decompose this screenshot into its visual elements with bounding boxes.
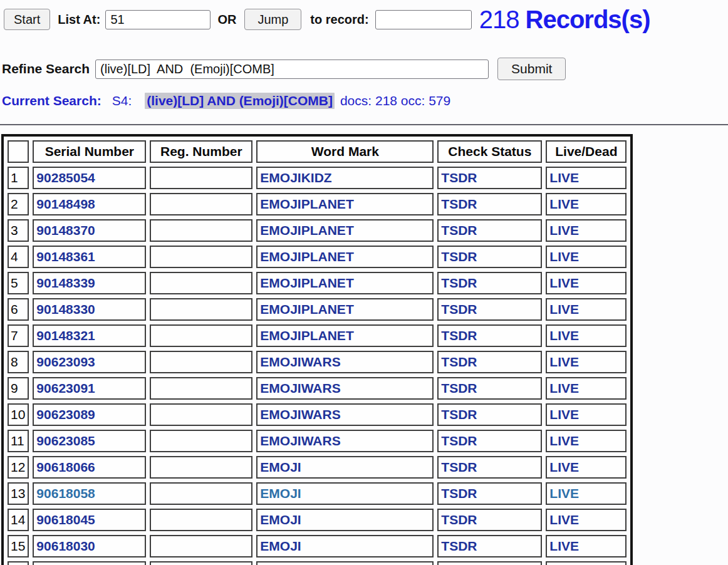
current-search-query: (live)[LD] AND (Emoji)[COMB] (145, 93, 335, 109)
live-dead-link[interactable]: LIVE (549, 539, 579, 553)
or-label: OR (217, 13, 236, 27)
tsdr-link[interactable]: TSDR (441, 512, 477, 527)
table-row: 12 90618066 EMOJI TSDR LIVE (8, 456, 627, 479)
serial-number-link[interactable]: 90618066 (36, 460, 95, 474)
live-dead-link[interactable]: LIVE (549, 223, 579, 237)
row-number-cell: 13 (8, 482, 29, 505)
row-number-cell: 2 (8, 193, 29, 215)
reg-number-cell (150, 561, 252, 565)
serial-number-cell: 90285054 (33, 167, 146, 189)
live-dead-link[interactable]: LIVE (549, 276, 579, 290)
word-mark-cell: EMOJIWARS (256, 377, 434, 400)
live-dead-link[interactable]: LIVE (549, 328, 579, 343)
serial-number-link[interactable]: 90618045 (36, 512, 95, 527)
word-mark-cell: EMOJI (256, 509, 434, 531)
live-dead-link[interactable]: LIVE (549, 381, 579, 395)
reg-number-cell (150, 509, 252, 531)
live-dead-link[interactable]: LIVE (549, 433, 579, 448)
row-number-cell: 4 (8, 246, 29, 268)
submit-button[interactable]: Submit (497, 58, 566, 80)
list-at-input[interactable] (105, 10, 211, 29)
jump-to-record-input[interactable] (375, 10, 472, 29)
word-mark-cell: EMOJIPLANET (256, 324, 434, 347)
serial-number-link[interactable]: 90148361 (36, 249, 95, 264)
word-mark-link[interactable]: EMOJIWARS (260, 433, 340, 448)
serial-number-link[interactable]: 90618030 (36, 539, 95, 553)
word-mark-link[interactable]: EMOJIKIDZ (260, 170, 331, 185)
tsdr-link[interactable]: TSDR (441, 407, 477, 422)
tsdr-link[interactable]: TSDR (441, 249, 477, 264)
word-mark-link[interactable]: EMOJIPLANET (260, 302, 353, 316)
check-status-cell: TSDR (437, 246, 542, 268)
check-status-cell: TSDR (437, 482, 542, 505)
word-mark-link[interactable]: EMOJIWARS (260, 381, 340, 395)
tsdr-link[interactable]: TSDR (441, 302, 477, 316)
serial-number-link[interactable]: 90623093 (36, 355, 95, 369)
live-dead-cell: LIVE (546, 193, 627, 215)
live-dead-link[interactable]: LIVE (549, 170, 579, 185)
word-mark-link[interactable]: EMOJIPLANET (260, 223, 353, 237)
word-mark-link[interactable]: EMOJI (260, 486, 301, 500)
serial-number-link[interactable]: 90148321 (36, 328, 95, 343)
start-button[interactable]: Start (4, 9, 50, 30)
serial-number-link[interactable]: 90623085 (36, 433, 95, 448)
tsdr-link[interactable]: TSDR (441, 433, 477, 448)
col-header-serial-number: Serial Number (33, 140, 146, 163)
refine-search-bar: Refine Search Submit (2, 56, 728, 81)
tsdr-link[interactable]: TSDR (441, 197, 477, 211)
serial-number-link[interactable]: 90618058 (36, 486, 95, 500)
live-dead-link[interactable]: LIVE (549, 249, 579, 264)
tsdr-link[interactable]: TSDR (441, 223, 477, 237)
word-mark-cell (256, 561, 434, 565)
word-mark-cell: EMOJIPLANET (256, 246, 434, 268)
reg-number-cell (150, 219, 252, 242)
serial-number-link[interactable]: 90148498 (36, 197, 95, 211)
live-dead-link[interactable]: LIVE (549, 407, 579, 422)
table-row: 3 90148370 EMOJIPLANET TSDR LIVE (8, 219, 627, 242)
live-dead-cell: LIVE (546, 456, 627, 479)
word-mark-link[interactable]: EMOJIPLANET (260, 276, 353, 290)
jump-button[interactable]: Jump (244, 9, 301, 30)
serial-number-link[interactable]: 90623091 (36, 381, 95, 395)
tsdr-link[interactable]: TSDR (441, 355, 477, 369)
tsdr-link[interactable]: TSDR (441, 328, 477, 343)
serial-number-link[interactable]: 90148339 (36, 276, 95, 290)
word-mark-link[interactable]: EMOJI (260, 460, 301, 474)
tsdr-link[interactable]: TSDR (441, 381, 477, 395)
live-dead-link[interactable]: LIVE (549, 512, 579, 527)
tsdr-link[interactable]: TSDR (441, 276, 477, 290)
word-mark-link[interactable]: EMOJIPLANET (260, 249, 353, 264)
word-mark-cell: EMOJIWARS (256, 403, 434, 426)
check-status-cell: TSDR (437, 430, 542, 452)
check-status-cell: TSDR (437, 377, 542, 400)
serial-number-link[interactable]: 90623089 (36, 407, 95, 422)
word-mark-link[interactable]: EMOJI (260, 539, 301, 553)
live-dead-link[interactable]: LIVE (549, 355, 579, 369)
word-mark-link[interactable]: EMOJI (260, 512, 301, 527)
word-mark-link[interactable]: EMOJIPLANET (260, 197, 353, 211)
records-suffix: Records(s) (526, 6, 650, 33)
refine-search-label: Refine Search (2, 61, 90, 76)
word-mark-link[interactable]: EMOJIWARS (260, 355, 340, 369)
word-mark-link[interactable]: EMOJIPLANET (260, 328, 353, 343)
tsdr-link[interactable]: TSDR (441, 170, 477, 185)
list-at-label: List At: (58, 13, 100, 27)
serial-number-link[interactable]: 90148330 (36, 302, 95, 316)
serial-number-link[interactable]: 90148370 (36, 223, 95, 237)
live-dead-link[interactable]: LIVE (549, 460, 579, 474)
tsdr-link[interactable]: TSDR (441, 539, 477, 553)
tsdr-link[interactable]: TSDR (441, 486, 477, 500)
live-dead-link[interactable]: LIVE (549, 197, 579, 211)
row-number-cell: 6 (8, 298, 29, 321)
row-number-cell: 12 (8, 456, 29, 479)
live-dead-link[interactable]: LIVE (549, 302, 579, 316)
tsdr-link[interactable]: TSDR (441, 460, 477, 474)
serial-number-cell: 90148339 (33, 272, 146, 294)
row-number-cell: 3 (8, 219, 29, 242)
live-dead-link[interactable]: LIVE (549, 486, 579, 500)
serial-number-link[interactable]: 90285054 (36, 170, 95, 185)
refine-search-input[interactable] (95, 60, 489, 79)
word-mark-link[interactable]: EMOJIWARS (260, 407, 340, 422)
table-row-partial (8, 561, 627, 565)
col-header-check-status: Check Status (437, 140, 542, 163)
